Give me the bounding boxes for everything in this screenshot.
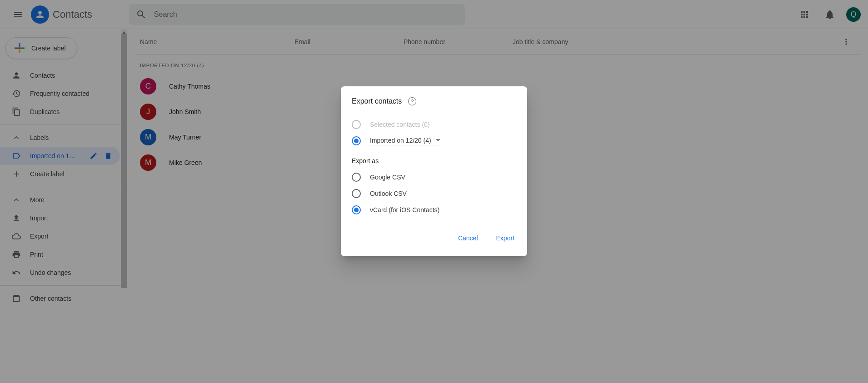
- radio-outlook-csv[interactable]: Outlook CSV: [352, 185, 516, 202]
- dialog-header: Export contacts ?: [352, 97, 516, 105]
- radio-google-csv[interactable]: Google CSV: [352, 169, 516, 185]
- dialog-title: Export contacts: [352, 97, 402, 105]
- label-dropdown[interactable]: Imported on 12/20 (4): [370, 137, 440, 145]
- radio-imported-label[interactable]: Imported on 12/20 (4): [352, 133, 516, 149]
- help-button[interactable]: ?: [408, 97, 416, 105]
- chevron-down-icon: [436, 139, 440, 141]
- radio-selected-contacts: Selected contacts (0): [352, 116, 516, 133]
- export-dialog: Export contacts ? Selected contacts (0) …: [341, 86, 527, 256]
- radio-button[interactable]: [352, 173, 361, 182]
- radio-label: vCard (for iOS Contacts): [370, 206, 439, 214]
- radio-button[interactable]: [352, 136, 361, 145]
- radio-button[interactable]: [352, 205, 361, 214]
- cancel-button[interactable]: Cancel: [456, 231, 480, 245]
- radio-label: Outlook CSV: [370, 190, 407, 197]
- modal-overlay[interactable]: Export contacts ? Selected contacts (0) …: [0, 0, 868, 383]
- dialog-actions: Cancel Export: [352, 231, 516, 245]
- radio-label: Imported on 12/20 (4): [370, 137, 431, 144]
- radio-button[interactable]: [352, 189, 361, 198]
- radio-label: Google CSV: [370, 174, 405, 181]
- export-button[interactable]: Export: [494, 231, 516, 245]
- export-as-header: Export as: [352, 157, 516, 164]
- radio-label: Selected contacts (0): [370, 121, 430, 128]
- radio-vcard[interactable]: vCard (for iOS Contacts): [352, 202, 516, 218]
- radio-button: [352, 120, 361, 129]
